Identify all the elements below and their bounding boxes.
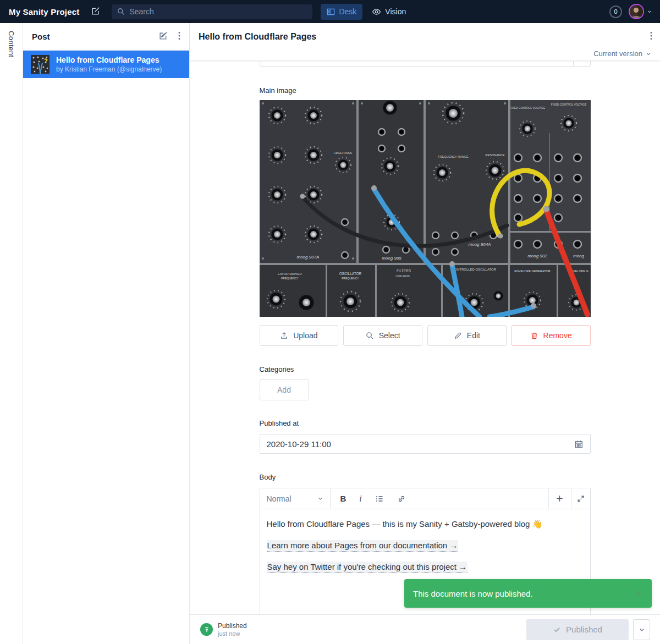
- create-post-button[interactable]: [159, 31, 168, 42]
- published-at-label: Published at: [260, 419, 299, 427]
- editor-toolbar: Normal B i: [260, 488, 590, 509]
- document-header: Hello from Cloudflare Pages Current vers…: [190, 23, 660, 61]
- main-image-preview[interactable]: HIGH PASS FREQUENCY RANGE RESONANCE moog…: [260, 100, 591, 317]
- svg-text:moog 995: moog 995: [382, 256, 402, 261]
- notifications-badge[interactable]: 0: [609, 5, 622, 18]
- edit-button[interactable]: Edit: [427, 325, 507, 346]
- body-link-paragraph: Learn more about Pages from our document…: [267, 540, 584, 551]
- document-title: Hello from Cloudflare Pages: [199, 32, 316, 42]
- post-item-subtitle: by Kristian Freeman (@signalnerve): [56, 65, 162, 73]
- synthesizer-photo: HIGH PASS FREQUENCY RANGE RESONANCE moog…: [260, 100, 591, 317]
- trash-icon: [530, 332, 538, 340]
- search-icon: [366, 332, 374, 340]
- search-placeholder: Search: [129, 7, 153, 16]
- fullscreen-button[interactable]: [571, 488, 590, 509]
- sanity-studio-window: My Sanity Project Search Desk Vision 0: [0, 0, 660, 644]
- upload-button[interactable]: Upload: [260, 325, 339, 346]
- svg-text:OSCILLATOR: OSCILLATOR: [339, 272, 361, 276]
- plus-icon: [556, 494, 564, 503]
- search-icon: [117, 8, 125, 15]
- post-list-item-selected[interactable]: Hello from Cloudflare Pages by Kristian …: [23, 51, 189, 78]
- pencil-icon: [454, 332, 462, 340]
- select-button[interactable]: Select: [343, 325, 422, 346]
- check-icon: [553, 625, 561, 634]
- svg-text:FREQUENCY: FREQUENCY: [342, 277, 359, 280]
- version-label: Current version: [593, 49, 642, 58]
- version-selector[interactable]: Current version: [593, 49, 651, 58]
- svg-text:HIGH PASS: HIGH PASS: [334, 151, 351, 155]
- publish-menu-button[interactable]: [633, 619, 650, 640]
- main-image-label: Main image: [260, 86, 296, 95]
- insert-block-button[interactable]: [548, 488, 571, 509]
- svg-text:LATOR DRIVER: LATOR DRIVER: [278, 272, 302, 276]
- post-item-text: Hello from Cloudflare Pages by Kristian …: [56, 56, 162, 73]
- svg-text:moog: moog: [573, 254, 584, 258]
- kebab-icon: [650, 32, 652, 42]
- search-input[interactable]: Search: [112, 4, 312, 19]
- link-button[interactable]: [391, 488, 413, 509]
- chevron-down-icon: [639, 626, 645, 633]
- body-label: Body: [260, 473, 276, 481]
- svg-text:FILTERS: FILTERS: [396, 269, 411, 273]
- svg-text:FREQUENCY RANGE: FREQUENCY RANGE: [438, 155, 469, 158]
- body-link-paragraph: Say hey on Twitter if you're checking ou…: [267, 562, 584, 573]
- field-divider: [573, 61, 574, 66]
- toast-close-button[interactable]: [635, 590, 643, 598]
- compose-icon: [91, 6, 101, 18]
- svg-text:FREQUENCY: FREQUENCY: [281, 277, 299, 280]
- upload-icon: [280, 332, 288, 340]
- published-at-value: 2020-10-29 11:00: [267, 439, 331, 449]
- add-category-button[interactable]: Add: [260, 379, 309, 400]
- publish-status[interactable]: Published just now: [218, 622, 247, 637]
- italic-button[interactable]: i: [353, 488, 368, 509]
- svg-text:RESONANCE: RESONANCE: [485, 153, 504, 157]
- post-list-header: Post: [23, 23, 189, 51]
- calendar-icon[interactable]: [574, 439, 584, 449]
- avatar[interactable]: [629, 4, 644, 19]
- desk-icon: [327, 8, 335, 16]
- publish-toast: This document is now published.: [404, 579, 652, 608]
- paragraph-style-select[interactable]: Normal: [260, 488, 331, 509]
- pane-menu-button[interactable]: [178, 31, 180, 42]
- body-link-1[interactable]: Learn more about Pages from our document…: [267, 540, 459, 552]
- image-actions: Upload Select Edit Remove: [260, 325, 591, 346]
- published-at-input[interactable]: 2020-10-29 11:00: [260, 434, 591, 454]
- post-thumbnail: [31, 55, 50, 74]
- vision-label: Vision: [385, 7, 406, 16]
- body-paragraph: Hello from Cloudflare Pages — this is my…: [267, 519, 584, 530]
- project-title: My Sanity Project: [9, 7, 79, 16]
- svg-text:FIXED CONTROL VOLTAGE: FIXED CONTROL VOLTAGE: [509, 106, 545, 109]
- tab-desk[interactable]: Desk: [321, 4, 362, 20]
- eye-icon: [372, 7, 381, 16]
- tab-content[interactable]: Content: [7, 31, 15, 57]
- expand-icon: [577, 495, 585, 503]
- status-title: Published: [218, 622, 247, 630]
- categories-label: Categories: [260, 365, 294, 373]
- document-menu-button[interactable]: [650, 31, 652, 42]
- slug-field-partial[interactable]: [260, 61, 591, 67]
- svg-text:moog 902: moog 902: [527, 254, 547, 258]
- tab-vision[interactable]: Vision: [372, 7, 406, 16]
- bold-button[interactable]: B: [334, 488, 353, 509]
- svg-text:LOW PASS: LOW PASS: [395, 274, 410, 278]
- svg-text:CONTROLLED OSCILLATOR: CONTROLLED OSCILLATOR: [452, 268, 496, 271]
- document-pane: Hello from Cloudflare Pages Current vers…: [190, 23, 660, 644]
- new-document-button[interactable]: [91, 6, 101, 18]
- document-footer: Published just now Published: [190, 614, 660, 644]
- toast-message: This document is now published.: [413, 589, 635, 598]
- body-link-2[interactable]: Say hey on Twitter if you're checking ou…: [267, 562, 468, 573]
- top-bar: My Sanity Project Search Desk Vision 0: [0, 0, 660, 23]
- user-menu-chevron-icon[interactable]: [647, 9, 652, 14]
- chevron-down-icon: [317, 496, 323, 502]
- svg-text:moog 907A: moog 907A: [296, 255, 319, 260]
- bullet-list-button[interactable]: [369, 488, 391, 509]
- remove-button[interactable]: Remove: [512, 325, 591, 346]
- kebab-icon: [178, 31, 180, 42]
- bullet-list-icon: [375, 494, 384, 503]
- link-icon: [397, 494, 406, 503]
- publish-button[interactable]: Published: [526, 619, 629, 640]
- post-list-pane: Post Hello from Cloudflare Pages by Kris…: [23, 23, 190, 644]
- compose-icon: [159, 31, 168, 42]
- chevron-down-icon: [646, 51, 651, 57]
- svg-text:moog 904A: moog 904A: [468, 242, 491, 247]
